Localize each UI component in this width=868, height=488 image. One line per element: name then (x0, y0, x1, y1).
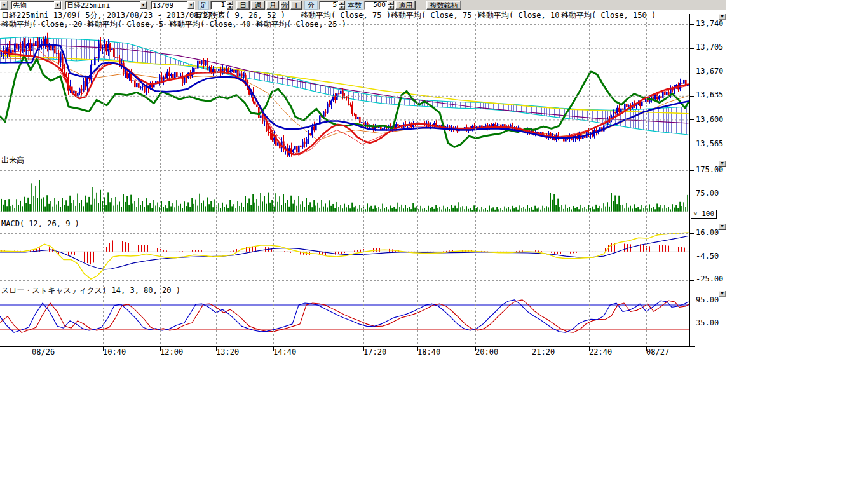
chevron-down-icon: ▼ (3, 2, 5, 9)
macd-tick-label: 16.00 (696, 229, 719, 237)
chevron-down-icon: ▼ (721, 160, 723, 167)
ichimoku-legend: 一目均衡表( 9, 26, 52 ) (187, 11, 285, 20)
stoch-scale-dropdown-button[interactable]: ▼ (718, 290, 726, 297)
chevron-down-icon[interactable]: ▼ (140, 1, 147, 9)
price-tick-label: 13,600 (696, 116, 723, 124)
stochastics-panel-label: スロー・ストキャスティクス( 14, 3, 80, 20 ) (1, 287, 180, 295)
bar-interval-input[interactable]: 1 (210, 1, 227, 10)
volume-multiplier-badge: × 100 (691, 210, 717, 219)
time-tick-label: 12:00 (160, 348, 183, 356)
time-tick-label: 14:40 (273, 348, 296, 356)
stoch-tick-label: 35.00 (696, 319, 719, 327)
spin-down-icon[interactable]: ▼ (227, 5, 233, 10)
volume-tick-label: 75.00 (696, 189, 719, 198)
bar-type-label: 足 (198, 1, 209, 10)
minute-value-input[interactable]: 5 (319, 1, 339, 10)
app-window: { "toolbar": { "combos": [ {"value": "先物… (0, 0, 868, 488)
ma150-legend: 移動平均( Close, 150 ) (561, 11, 656, 20)
spin-down-icon[interactable]: ▼ (339, 5, 345, 10)
bar-count-label: 本数 (346, 1, 363, 10)
price-scale-dropdown-button[interactable]: ▼ (718, 13, 726, 20)
time-tick-label: 20:00 (475, 348, 498, 356)
time-tick-label: 10:40 (103, 348, 126, 356)
ma75-legend: 移動平均( Close, 75 ) (301, 11, 391, 20)
time-tick-label: 08/27 (646, 348, 669, 356)
chevron-down-icon: ▼ (721, 223, 723, 230)
ma5-legend: 移動平均( Close, 5 ) (87, 20, 173, 29)
price-tick-label: 13,565 (696, 140, 723, 148)
spin-up-icon[interactable]: ▲ (339, 1, 345, 5)
volume-scale-dropdown-button[interactable]: ▼ (718, 160, 726, 167)
market-type-value: 先物 (11, 1, 54, 9)
macd-panel-label: MACD( 12, 26, 9 ) (1, 220, 79, 228)
minute-unit-label: 分 (304, 1, 318, 10)
ma75b-legend: 移動平均( Close, 75 ) (391, 11, 481, 20)
symbol-value: 日経225mini (65, 1, 140, 9)
chevron-down-icon: ▼ (721, 290, 723, 297)
apply-button[interactable]: 適用 (395, 1, 416, 10)
minute-stepper[interactable]: ▲ ▼ (339, 1, 345, 10)
time-tick-label: 08/26 (32, 348, 55, 356)
chevron-down-icon[interactable]: ▼ (54, 1, 61, 9)
daily-button[interactable]: 日 (236, 1, 250, 10)
macd-tick-label: -4.50 (696, 252, 719, 261)
monthly-button[interactable]: 月 (266, 1, 279, 10)
candlestick-chart-canvas[interactable] (0, 10, 726, 353)
macd-tick-label: -25.00 (696, 275, 723, 283)
stoch-tick-label: 95.00 (696, 296, 719, 304)
ma40-legend: 移動平均( Close, 40 ) (170, 20, 260, 29)
price-tick-label: 13,740 (696, 20, 723, 28)
time-tick-label: 22:40 (589, 348, 612, 356)
tick-button[interactable]: T (290, 1, 302, 10)
bar-count-input[interactable]: 500 (364, 1, 388, 10)
multi-symbol-button[interactable]: 複数銘柄 (426, 1, 461, 10)
macd-scale-dropdown-button[interactable]: ▼ (718, 223, 726, 230)
spin-up-icon[interactable]: ▲ (227, 1, 233, 5)
ma10-legend: 移動平均( Close, 10 ) (478, 11, 569, 20)
price-tick-label: 13,670 (696, 67, 723, 76)
bar-count-stepper[interactable]: ▲ ▼ (388, 1, 394, 10)
ma25-legend: 移動平均( Close, 25 ) (256, 20, 346, 29)
hidden-combo-arrow-button[interactable]: ▼ (0, 1, 8, 10)
ma20-legend: 移動平均( Close, 20 ) (1, 20, 92, 29)
time-tick-label: 13:20 (216, 348, 239, 356)
symbol-combo[interactable]: 日経225mini ▼ (65, 1, 147, 10)
chevron-down-icon: ▼ (721, 13, 723, 20)
time-tick-label: 18:40 (417, 348, 440, 356)
price-tick-label: 13,635 (696, 91, 723, 99)
time-tick-label: 17:20 (363, 348, 386, 356)
toolbar: ▼ 先物 ▼ 日経225mini ▼ 13/09 ▼ 足 1 ▲ ▼ 日 週 月… (0, 0, 726, 10)
spin-down-icon[interactable]: ▼ (388, 5, 394, 10)
chevron-down-icon[interactable]: ▼ (187, 1, 194, 9)
spin-up-icon[interactable]: ▲ (388, 1, 394, 5)
market-type-combo[interactable]: 先物 ▼ (11, 1, 62, 10)
volume-panel-label: 出来高 (1, 156, 24, 165)
minute-button[interactable]: 分 (280, 1, 289, 10)
bar-interval-stepper[interactable]: ▲ ▼ (227, 1, 233, 10)
time-tick-label: 21:20 (532, 348, 555, 356)
price-tick-label: 13,705 (696, 43, 723, 51)
contract-month-value: 13/09 (151, 1, 187, 9)
weekly-button[interactable]: 週 (251, 1, 265, 10)
contract-month-combo[interactable]: 13/09 ▼ (151, 1, 195, 10)
